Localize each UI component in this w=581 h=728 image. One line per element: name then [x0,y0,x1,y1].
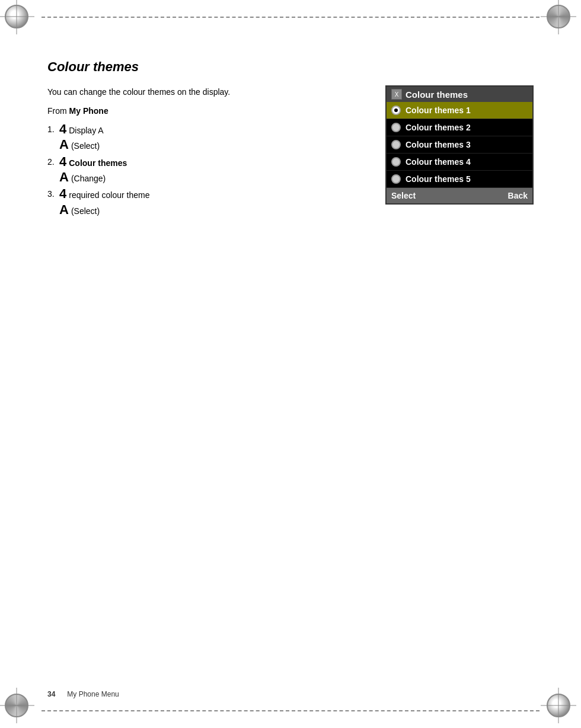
phone-back-button[interactable]: Back [508,191,528,200]
phone-menu-text-2: Colour themes 2 [406,123,471,132]
phone-mockup: X Colour themes Colour themes 1 Colour t… [385,85,534,205]
corner-decoration-br [547,694,576,723]
step-3: 3. 4 required colour theme A (Select) [47,187,368,218]
phone-menu-text-1: Colour themes 1 [406,106,471,115]
step-3-sub: A (Select) [59,203,368,218]
phone-menu-text-4: Colour themes 4 [406,157,471,167]
step-3-action: 4 required colour theme [59,187,368,202]
top-dashed-line [42,17,540,18]
step-1: 1. 4 Display A A (Select) [47,123,368,153]
step-2-content: 4 Colour themes A (Change) [59,155,368,186]
step-1-label: Display A [69,124,103,137]
page-title: Colour themes [47,59,534,75]
main-content: Colour themes You can change the colour … [47,59,534,220]
radio-icon-2 [391,123,401,132]
corner-decoration-tr [547,5,576,34]
intro-text: You can change the colour themes on the … [47,85,368,98]
footer-section-label: My Phone Menu [67,690,119,698]
step-3-key: 4 [59,187,66,200]
step-1-key: 4 [59,123,66,136]
phone-menu-text-5: Colour themes 5 [406,174,471,184]
step-3-label: required colour theme [69,189,149,202]
from-label: From My Phone [47,104,368,117]
step-2: 2. 4 Colour themes A (Change) [47,155,368,186]
phone-menu-item-5[interactable]: Colour themes 5 [387,171,532,188]
phone-screen-footer: Select Back [387,188,532,203]
step-2-number: 2. [47,155,59,168]
step-1-action: 4 Display A [59,123,368,137]
step-1-sub: A (Select) [59,138,368,152]
steps-container: 1. 4 Display A A (Select) 2. [47,123,368,218]
text-section: You can change the colour themes on the … [47,85,368,220]
phone-menu-item-4[interactable]: Colour themes 4 [387,154,532,171]
radio-icon-3 [391,140,401,149]
phone-header-icon: X [391,89,402,100]
step-2-action: 4 Colour themes [59,155,368,170]
phone-menu-list: Colour themes 1 Colour themes 2 Colour t… [387,102,532,188]
radio-icon-1 [391,106,401,115]
phone-header-title: Colour themes [406,90,468,100]
phone-screen-header: X Colour themes [387,87,532,102]
phone-select-button[interactable]: Select [391,191,416,200]
step-1-sub-label: (Select) [71,139,100,152]
step-1-number: 1. [47,123,59,136]
step-1-content: 4 Display A A (Select) [59,123,368,153]
corner-decoration-bl [5,694,34,723]
content-layout: You can change the colour themes on the … [47,85,534,220]
corner-decoration-tl [5,5,34,34]
bottom-dashed-line [42,710,540,711]
page-number: 34 [47,690,55,698]
step-2-sub-label: (Change) [71,172,106,185]
step-3-sub-label: (Select) [71,205,100,218]
step-3-number: 3. [47,187,59,200]
phone-menu-item-2[interactable]: Colour themes 2 [387,119,532,136]
step-3-content: 4 required colour theme A (Select) [59,187,368,218]
step-2-key: 4 [59,155,66,168]
step-3-sub-key: A [59,203,69,216]
phone-menu-item-1[interactable]: Colour themes 1 [387,102,532,119]
phone-menu-text-3: Colour themes 3 [406,140,471,149]
step-2-sub-key: A [59,171,69,184]
step-2-label: Colour themes [69,157,127,170]
step-2-sub: A (Change) [59,171,368,185]
radio-icon-5 [391,174,401,184]
radio-icon-4 [391,157,401,167]
step-1-sub-key: A [59,138,69,151]
phone-menu-item-3[interactable]: Colour themes 3 [387,136,532,154]
page-footer: 34 My Phone Menu [47,690,534,698]
